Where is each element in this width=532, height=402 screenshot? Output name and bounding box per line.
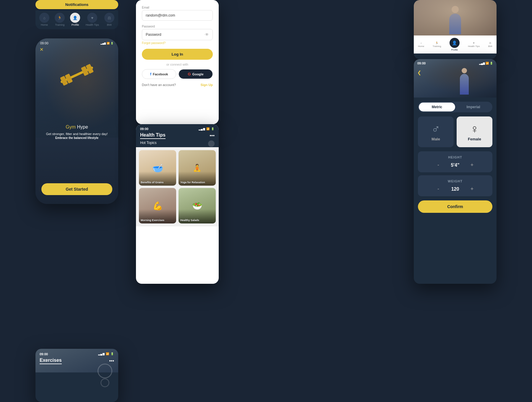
splash-screen-phone: 09:00 ▂▄▆ 📶 🔋 ✕ Gym Hype Ge bbox=[35, 38, 118, 204]
profile-active-circle: 👤 bbox=[450, 38, 460, 48]
profile-setup-content: Metric Imperial ♂ Male ♀ Female HEIGHT -… bbox=[414, 98, 497, 217]
nav-profile-bottom[interactable]: 👤 Profile bbox=[450, 38, 460, 51]
health-tips-icon-bottom: ♥ bbox=[473, 42, 475, 44]
notifications-button[interactable]: Notifications bbox=[35, 0, 118, 9]
height-plus-button[interactable]: + bbox=[468, 162, 476, 168]
brand-name: Gym Hype bbox=[35, 124, 118, 130]
setup-person-silhouette bbox=[457, 68, 472, 98]
bmi-icon-bottom: ⚖ bbox=[489, 42, 491, 44]
nav-bmi-bottom[interactable]: ⚖ BMI bbox=[488, 42, 492, 48]
exercises-header: 09:00 ▂▄▆ 📶 🔋 Exercises ••• bbox=[35, 349, 118, 367]
back-arrow-button[interactable]: ❮ bbox=[417, 70, 421, 75]
weight-minus-button[interactable]: - bbox=[435, 186, 442, 192]
nav-home[interactable]: ⌂ Home bbox=[39, 13, 49, 26]
bottom-nav-bar: ⌂ Home 🏃 Training 👤 Profile ♥ Health Tip… bbox=[414, 35, 497, 54]
height-title: HEIGHT bbox=[422, 155, 488, 159]
close-button[interactable]: ✕ bbox=[40, 47, 43, 52]
tagline1: Get stronger, fitter and healthier every… bbox=[35, 132, 118, 136]
brand-word2: Hype bbox=[76, 124, 88, 129]
facebook-login-button[interactable]: f Facebook bbox=[142, 69, 176, 79]
health-tips-label: Health Tips bbox=[86, 23, 99, 26]
menu-dots-health[interactable]: ••• bbox=[210, 133, 215, 138]
training-label-bottom: Training bbox=[433, 45, 441, 48]
weight-control: - 120 + bbox=[422, 186, 488, 192]
male-card[interactable]: ♂ Male bbox=[418, 116, 454, 147]
confirm-button[interactable]: Confirm bbox=[418, 200, 492, 213]
height-minus-button[interactable]: - bbox=[435, 162, 442, 168]
google-icon: G bbox=[188, 72, 191, 76]
metric-button[interactable]: Metric bbox=[419, 103, 455, 111]
health-tip-card-food[interactable]: 🥣 Benefits of Grains bbox=[139, 150, 176, 186]
email-value: random@rdm.com bbox=[146, 13, 175, 17]
facebook-label: Facebook bbox=[153, 72, 168, 76]
health-tips-title: Health Tips bbox=[140, 132, 166, 139]
forgot-password-link[interactable]: Forgot password? bbox=[142, 41, 213, 45]
tagline2: Embrace the balanced lifestyle bbox=[35, 136, 118, 140]
home-icon: ⌂ bbox=[39, 13, 49, 23]
status-bar-health: 09:00 ▂▄▆ 📶 🔋 bbox=[140, 127, 215, 131]
nav-home-bottom[interactable]: ⌂ Home bbox=[418, 42, 424, 48]
google-login-button[interactable]: G Google bbox=[179, 69, 213, 79]
weight-card: WEIGHT - 120 + bbox=[418, 175, 492, 196]
scroll-circle-1 bbox=[208, 140, 215, 147]
home-label-bottom: Home bbox=[418, 45, 424, 48]
bottom-nav-partial: ⌂ Home 🏃 Training 👤 Profile ♥ Health Tip… bbox=[35, 10, 118, 29]
signup-link[interactable]: Sign Up bbox=[200, 83, 213, 87]
health-tips-grid: 🥣 Benefits of Grains 🧘 Yoga for Relaxati… bbox=[139, 150, 216, 223]
status-icons-health: ▂▄▆ 📶 🔋 bbox=[199, 127, 215, 130]
brand-text: Gym Hype Get stronger, fitter and health… bbox=[35, 124, 118, 140]
bmi-label: BMI bbox=[107, 23, 112, 26]
status-icons-exercises: ▂▄▆ 📶 🔋 bbox=[98, 352, 114, 356]
health-tip-card-exercise[interactable]: 💪 Morning Exercises bbox=[139, 188, 176, 223]
email-input-group: Email random@rdm.com bbox=[142, 6, 213, 21]
health-icon: ♥ bbox=[87, 13, 97, 23]
weight-plus-button[interactable]: + bbox=[468, 186, 476, 192]
imperial-button[interactable]: Imperial bbox=[455, 103, 492, 111]
health-tips-label-bottom: Health Tips bbox=[468, 45, 480, 48]
nav-profile[interactable]: 👤 Profile bbox=[70, 13, 80, 26]
status-time-health: 09:00 bbox=[140, 127, 148, 131]
nav-bmi[interactable]: ⚖ BMI bbox=[104, 13, 114, 26]
profile-top-phone: ⌂ Home 🏃 Training 👤 Profile ♥ Health Tip… bbox=[414, 0, 497, 59]
email-label: Email bbox=[142, 6, 213, 9]
nav-health-tips-bottom[interactable]: ♥ Health Tips bbox=[468, 42, 480, 48]
password-visibility-toggle[interactable]: 👁 bbox=[205, 32, 209, 37]
person-head bbox=[452, 6, 459, 13]
person-body bbox=[449, 14, 461, 34]
exercises-menu-dots[interactable]: ••• bbox=[109, 358, 114, 364]
training-icon: 🏃 bbox=[55, 13, 65, 23]
bmi-label-bottom: BMI bbox=[488, 45, 492, 48]
health-tip-card-salad[interactable]: 🥗 Healthy Salads bbox=[179, 188, 216, 223]
password-input[interactable]: Password 👁 bbox=[142, 29, 213, 40]
salad-card-label: Healthy Salads bbox=[180, 219, 214, 222]
splash-hero-image bbox=[35, 38, 118, 138]
exercises-title: Exercises bbox=[40, 358, 62, 364]
login-button[interactable]: Log In bbox=[142, 49, 213, 60]
notifications-partial: Notifications ⌂ Home 🏃 Training 👤 Profil… bbox=[35, 0, 118, 29]
height-card: HEIGHT - 5'4" + bbox=[418, 151, 492, 172]
nav-training-bottom[interactable]: 🏃 Training bbox=[433, 42, 441, 48]
health-tip-card-yoga[interactable]: 🧘 Yoga for Relaxation bbox=[179, 150, 216, 186]
get-started-button[interactable]: Get Started bbox=[41, 183, 112, 195]
yoga-card-label: Yoga for Relaxation bbox=[180, 181, 214, 184]
health-tips-header: 09:00 ▂▄▆ 📶 🔋 Health Tips ••• Hot Topics bbox=[136, 124, 219, 147]
status-time: 09:00 bbox=[40, 41, 48, 45]
google-label: Google bbox=[192, 72, 204, 76]
gender-selection: ♂ Male ♀ Female bbox=[418, 116, 492, 147]
nav-training[interactable]: 🏃 Training bbox=[55, 13, 65, 26]
height-control: - 5'4" + bbox=[422, 162, 488, 168]
food-card-label: Benefits of Grains bbox=[141, 181, 174, 184]
profile-hero-image bbox=[414, 0, 497, 35]
height-value: 5'4" bbox=[448, 163, 463, 168]
hot-topics-label: Hot Topics bbox=[140, 141, 215, 145]
connect-with-label: or connect with bbox=[142, 63, 213, 66]
password-input-group: Password Password 👁 Forgot password? bbox=[142, 25, 213, 45]
email-input[interactable]: random@rdm.com bbox=[142, 10, 213, 21]
male-label: Male bbox=[421, 137, 451, 141]
nav-health-tips[interactable]: ♥ Health Tips bbox=[86, 13, 99, 26]
training-icon-bottom: 🏃 bbox=[435, 42, 438, 44]
profile-setup-phone: 09:00 ▂▄▆ 📶 🔋 ❮ Metric Imperial ♂ Male ♀… bbox=[414, 59, 497, 284]
brand-word1: Gym bbox=[66, 124, 76, 129]
female-card[interactable]: ♀ Female bbox=[457, 116, 492, 147]
health-tips-phone: 09:00 ▂▄▆ 📶 🔋 Health Tips ••• Hot Topics… bbox=[136, 124, 219, 284]
